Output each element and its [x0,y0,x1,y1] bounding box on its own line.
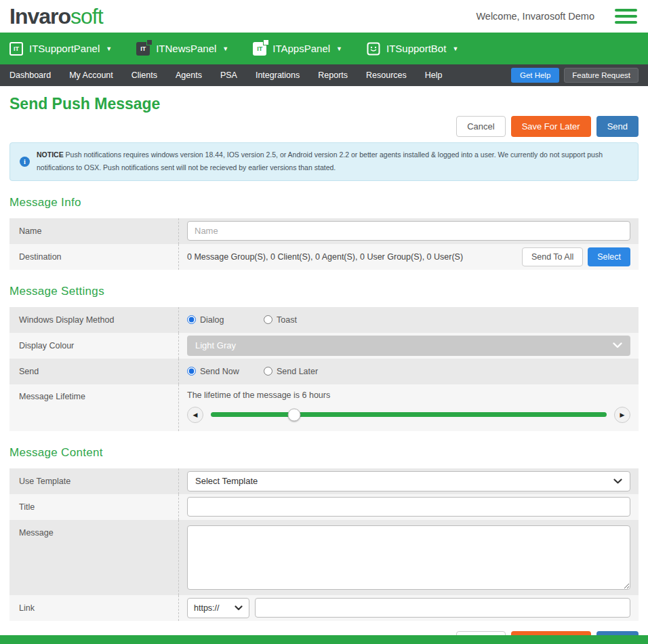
destination-label: Destination [9,244,179,270]
dialog-radio[interactable] [187,315,196,324]
message-textarea[interactable] [187,525,630,590]
product-nav-itappspanel[interactable]: IT ITAppsPanel ▼ [253,42,342,56]
product-nav: IT ITSupportPanel ▼ IT ITNewsPanel ▼ IT … [0,33,648,64]
use-template-row: Use Template Select Template [9,468,639,494]
chevron-down-icon: ▼ [336,45,342,52]
logo-text-primary: Invaro [9,4,70,28]
radio-dialog[interactable]: Dialog [187,315,264,325]
main-nav: Dashboard My Account Clients Agents PSA … [0,64,648,86]
message-lifetime-row: Message Lifetime The lifetime of the mes… [9,384,639,431]
display-method-label: Windows Display Method [9,307,179,333]
page-title: Send Push Message [9,95,639,113]
title-label: Title [9,494,179,520]
itappspanel-icon: IT [253,42,266,56]
product-nav-itsupportpanel[interactable]: IT ITSupportPanel ▼ [9,42,112,56]
display-colour-row: Display Colour Light Gray [9,333,639,359]
feature-request-button[interactable]: Feature Request [564,68,639,83]
send-now-radio[interactable] [187,367,196,376]
footer-bar [0,635,648,644]
message-lifetime-label: Message Lifetime [9,384,179,431]
lifetime-description: The lifetime of the message is 6 hours [187,390,630,400]
notice-text: Push notifications requires windows vers… [37,150,603,172]
section-heading-message-settings: Message Settings [9,285,639,298]
lifetime-slider-track[interactable] [211,412,607,417]
chevron-down-icon: ▼ [222,45,228,52]
link-row: Link https:// [9,595,639,621]
lifetime-slider: ◀ ▶ [187,407,630,423]
slider-decrease-button[interactable]: ◀ [187,407,203,423]
link-protocol-select[interactable]: https:// [187,598,249,618]
name-input[interactable] [187,221,630,241]
invarosoft-logo[interactable]: Invarosoft [9,5,103,27]
slider-increase-button[interactable]: ▶ [614,407,630,423]
nav-item-reports[interactable]: Reports [318,71,348,80]
logo-text-secondary: soft [70,4,103,28]
nav-item-my-account[interactable]: My Account [69,71,113,80]
display-colour-select[interactable]: Light Gray [187,336,630,356]
top-header: Invarosoft Welcome, Invarosoft Demo [0,0,648,33]
itnewspanel-icon: IT [136,42,150,56]
chevron-down-icon [613,479,622,484]
itsupportpanel-icon: IT [9,42,23,56]
message-label: Message [9,520,179,595]
main-content: Send Push Message Cancel Save For Later … [0,95,648,644]
nav-item-clients[interactable]: Clients [131,71,157,80]
link-input[interactable] [255,598,630,618]
product-nav-itnewspanel[interactable]: IT ITNewsPanel ▼ [136,42,228,56]
chevron-down-icon [235,605,243,611]
chevron-down-icon: ▼ [452,45,458,52]
display-method-row: Windows Display Method Dialog Toast [9,307,639,333]
message-settings-table: Windows Display Method Dialog Toast Disp… [9,307,639,431]
nav-item-psa[interactable]: PSA [220,71,237,80]
message-info-table: Name Destination 0 Message Group(S), 0 C… [9,218,639,270]
template-select-value: Select Template [195,476,258,486]
notice-banner: i NOTICE Push notifications requires win… [9,142,639,181]
itsupportbot-smiley-icon [367,42,380,56]
name-row: Name [9,218,639,244]
product-nav-itsupportbot[interactable]: ITSupportBot ▼ [367,42,458,56]
product-nav-label: ITAppsPanel [272,43,330,54]
notice-label: NOTICE [37,150,64,159]
toast-radio[interactable] [264,315,272,324]
use-template-label: Use Template [9,468,179,494]
send-button[interactable]: Send [596,116,639,137]
hamburger-menu-icon[interactable] [613,7,639,25]
nav-item-agents[interactable]: Agents [176,71,202,80]
link-protocol-value: https:// [194,603,220,613]
message-content-table: Use Template Select Template Title Messa… [9,468,639,621]
save-for-later-button[interactable]: Save For Later [511,116,591,137]
template-select[interactable]: Select Template [187,471,630,491]
radio-toast[interactable]: Toast [264,315,297,325]
welcome-text: Welcome, Invarosoft Demo [476,11,594,22]
nav-item-help[interactable]: Help [425,71,443,80]
lifetime-slider-thumb[interactable] [287,408,300,421]
send-later-radio[interactable] [264,367,272,376]
link-label: Link [9,595,179,621]
section-heading-message-content: Message Content [9,446,639,460]
product-nav-label: ITSupportPanel [29,43,100,54]
top-action-bar: Cancel Save For Later Send [9,116,639,137]
send-to-all-button[interactable]: Send To All [522,247,583,266]
get-help-button[interactable]: Get Help [511,68,559,83]
chevron-down-icon [613,342,622,348]
title-row: Title [9,494,639,520]
nav-item-integrations[interactable]: Integrations [256,71,300,80]
section-heading-message-info: Message Info [9,196,639,209]
cancel-button[interactable]: Cancel [456,116,505,137]
send-time-row: Send Send Now Send Later [9,359,639,384]
info-icon: i [20,157,30,167]
nav-item-dashboard[interactable]: Dashboard [9,71,51,80]
message-row: Message [9,520,639,595]
select-destination-button[interactable]: Select [588,247,630,266]
nav-item-resources[interactable]: Resources [366,71,407,80]
chevron-down-icon: ▼ [106,45,112,52]
title-input[interactable] [187,497,630,517]
destination-summary: 0 Message Group(S), 0 Client(S), 0 Agent… [187,252,463,262]
product-nav-label: ITNewsPanel [156,43,216,54]
display-colour-value: Light Gray [195,340,236,350]
radio-send-later[interactable]: Send Later [264,367,318,376]
destination-row: Destination 0 Message Group(S), 0 Client… [9,244,639,270]
name-label: Name [9,218,179,244]
product-nav-label: ITSupportBot [386,43,446,54]
radio-send-now[interactable]: Send Now [187,367,264,376]
